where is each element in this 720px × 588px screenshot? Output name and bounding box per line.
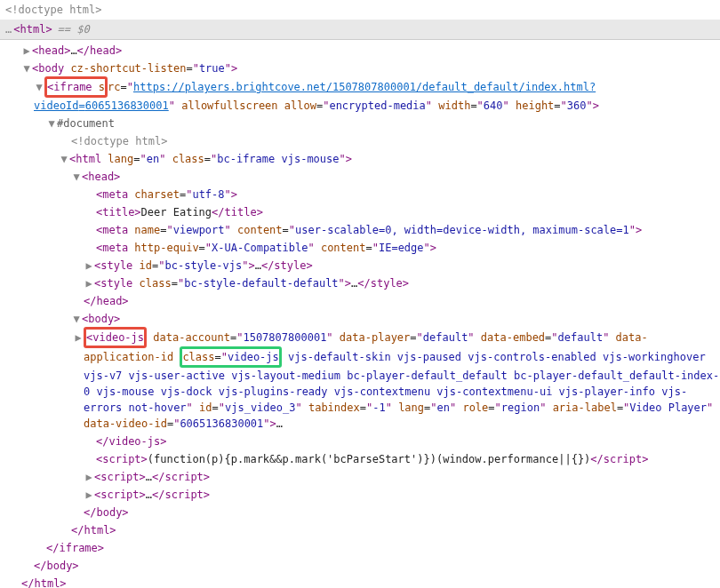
expand-arrow-icon[interactable]: ▶: [84, 275, 94, 291]
head-node[interactable]: ▶<head>…</head>: [9, 42, 720, 60]
style-vjs[interactable]: ▶<style id="bc-style-vjs">…</style>: [9, 257, 720, 274]
style-default[interactable]: ▶<style class="bc-style-default-default"…: [9, 274, 720, 292]
iframe-highlight: <iframe s: [44, 76, 108, 98]
expand-arrow-icon[interactable]: ▶: [73, 330, 84, 346]
expand-arrow-icon[interactable]: ▶: [84, 469, 94, 485]
overflow-ellipsis: …: [5, 21, 12, 37]
iframe-close: </iframe>: [9, 539, 720, 557]
expand-arrow-icon[interactable]: ▶: [84, 258, 94, 274]
title-node[interactable]: <title>Deer Eating</title>: [9, 203, 720, 221]
outer-html-close: </html>: [9, 575, 720, 588]
videojs-highlight: <video-js: [84, 327, 147, 348]
inner-body-node[interactable]: ▼<body>: [9, 310, 720, 328]
videojs-node[interactable]: ▶<video-js data-account="1507807800001" …: [9, 328, 720, 433]
collapse-arrow-icon[interactable]: ▼: [46, 115, 57, 131]
expand-arrow-icon[interactable]: ▶: [84, 487, 94, 503]
inner-doctype: <!doctype html>: [9, 132, 720, 150]
dom-tree: ▶<head>…</head> ▼<body cz-shortcut-liste…: [0, 39, 720, 588]
collapse-arrow-icon[interactable]: ▼: [21, 60, 32, 76]
collapse-arrow-icon[interactable]: ▼: [71, 169, 82, 185]
script-collapsed-1[interactable]: ▶<script>…</script>: [9, 468, 720, 486]
selected-element-row[interactable]: … <html> == $0: [0, 20, 720, 39]
expand-arrow-icon[interactable]: ▶: [21, 43, 32, 59]
inner-head-close: </head>: [9, 292, 720, 310]
iframe-src-link[interactable]: https://players.brightcove.net/150780780…: [133, 81, 596, 93]
inner-body-close: </body>: [9, 504, 720, 521]
inner-head-node[interactable]: ▼<head>: [9, 168, 720, 186]
collapse-arrow-icon[interactable]: ▼: [59, 151, 69, 167]
meta-viewport[interactable]: <meta name="viewport" content="user-scal…: [9, 221, 720, 239]
collapse-arrow-icon[interactable]: ▼: [34, 79, 44, 95]
meta-charset[interactable]: <meta charset="utf-8">: [9, 186, 720, 203]
body-close: </body>: [9, 557, 720, 575]
iframe-node[interactable]: ▼<iframe src="https://players.brightcove…: [9, 77, 720, 97]
collapse-arrow-icon[interactable]: ▼: [71, 311, 82, 327]
videojs-close: </video-js>: [9, 433, 720, 450]
class-highlight: class="video-js: [180, 346, 281, 368]
outer-doctype: <!doctype html>: [0, 0, 720, 20]
inner-html-node[interactable]: ▼<html lang="en" class="bc-iframe vjs-mo…: [9, 150, 720, 168]
meta-httpequiv[interactable]: <meta http-equiv="X-UA-Compatible" conte…: [9, 239, 720, 257]
inner-html-close: </html>: [9, 521, 720, 539]
dollar-zero-hint: == $0: [58, 21, 90, 37]
iframe-node-cont[interactable]: videoId=6065136830001" allowfullscreen a…: [9, 97, 720, 115]
script-inline[interactable]: <script>(function(p){p.mark&&p.mark('bcP…: [9, 450, 720, 468]
shadow-document[interactable]: ▼#document: [9, 115, 720, 132]
body-node[interactable]: ▼<body cz-shortcut-listen="true">: [9, 60, 720, 77]
script-collapsed-2[interactable]: ▶<script>…</script>: [9, 486, 720, 504]
